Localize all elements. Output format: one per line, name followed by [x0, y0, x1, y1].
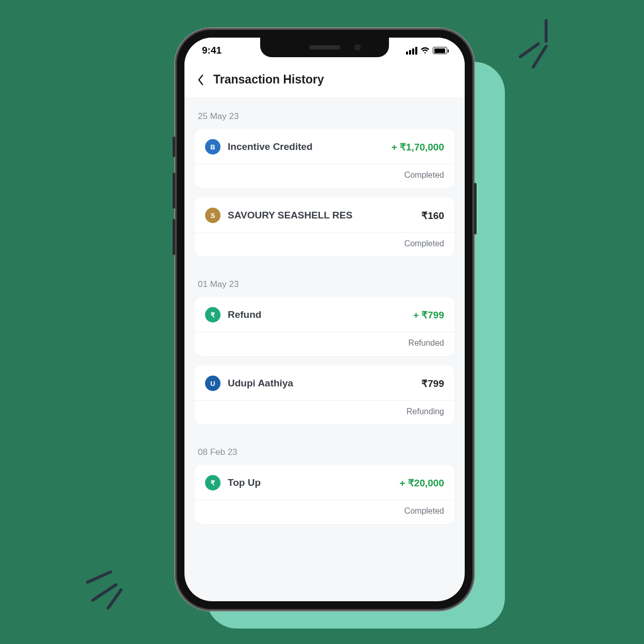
phone-side-button [173, 137, 175, 157]
svg-line-1 [533, 46, 546, 67]
date-group-label: 25 May 23 [195, 98, 454, 129]
front-camera [354, 44, 361, 50]
transaction-status: Completed [205, 239, 444, 248]
transaction-title: Refund [228, 309, 406, 320]
status-time: 9:41 [202, 45, 222, 56]
transaction-card[interactable]: BIncentive Credited+ ₹1,70,000Completed [195, 129, 454, 188]
phone-frame: 9:41 Transaction History 25 May 23BIncen… [175, 28, 474, 611]
battery-icon [433, 47, 447, 54]
phone-side-button [474, 183, 477, 234]
page-title: Transaction History [213, 73, 324, 87]
phone-screen: 9:41 Transaction History 25 May 23BIncen… [184, 38, 465, 601]
transaction-card[interactable]: ₹Top Up+ ₹20,000Completed [195, 465, 454, 524]
decorative-spark-top-right [515, 15, 572, 72]
transaction-status: Refunding [205, 407, 444, 416]
divider [195, 500, 454, 500]
phone-side-button [173, 173, 175, 209]
transaction-amount: ₹160 [421, 210, 444, 222]
svg-line-0 [520, 44, 538, 57]
transaction-avatar-icon: U [205, 376, 221, 391]
svg-line-4 [93, 585, 116, 600]
date-group-label: 01 May 23 [195, 266, 454, 297]
transaction-avatar-icon: B [205, 139, 221, 155]
transaction-list[interactable]: 25 May 23BIncentive Credited+ ₹1,70,000C… [184, 98, 465, 544]
transaction-title: Incentive Credited [228, 141, 384, 152]
transaction-card[interactable]: ₹Refund+ ₹799Refunded [195, 297, 454, 356]
divider [195, 332, 454, 332]
back-icon[interactable] [197, 74, 204, 86]
transaction-avatar-icon: S [205, 208, 221, 223]
transaction-status: Completed [205, 171, 444, 180]
divider [195, 232, 454, 233]
phone-notch [260, 38, 389, 57]
transaction-amount: + ₹1,70,000 [392, 141, 444, 153]
svg-line-5 [108, 590, 121, 608]
svg-line-3 [88, 572, 111, 582]
transaction-title: Udupi Aathiya [228, 378, 414, 389]
decorative-spark-bottom-left [77, 556, 134, 613]
phone-side-button [173, 219, 175, 255]
transaction-card[interactable]: SSAVOURY SEASHELL RES₹160Completed [195, 197, 454, 257]
cellular-signal-icon [406, 47, 417, 55]
transaction-card[interactable]: UUdupi Aathiya₹799Refunding [195, 365, 454, 425]
transaction-title: SAVOURY SEASHELL RES [228, 210, 414, 221]
transaction-status: Completed [205, 506, 444, 516]
transaction-avatar-icon: ₹ [205, 307, 221, 323]
divider [195, 164, 454, 164]
transaction-amount: + ₹799 [413, 309, 444, 321]
page-header: Transaction History [184, 63, 465, 98]
transaction-avatar-icon: ₹ [205, 475, 221, 490]
wifi-icon [420, 47, 430, 54]
divider [195, 400, 454, 401]
speaker-grille [309, 45, 340, 49]
transaction-amount: ₹799 [421, 378, 444, 389]
date-group-label: 08 Feb 23 [195, 434, 454, 465]
transaction-status: Refunded [205, 338, 444, 348]
transaction-amount: + ₹20,000 [400, 477, 445, 489]
transaction-title: Top Up [228, 477, 393, 488]
